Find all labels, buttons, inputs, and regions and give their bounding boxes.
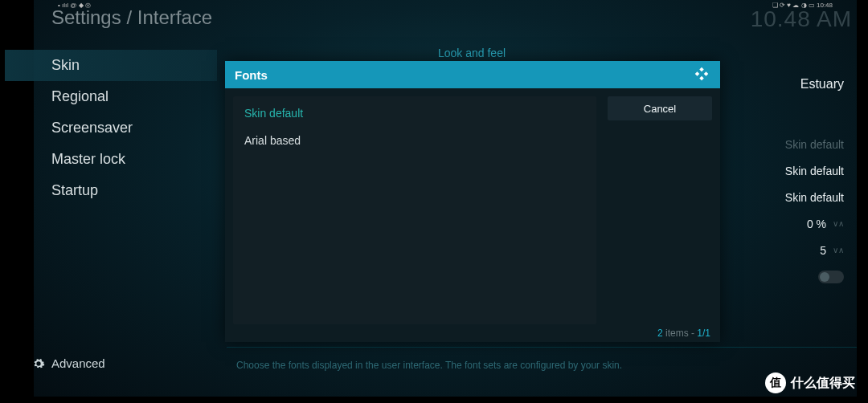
kodi-icon <box>693 66 710 83</box>
sidebar-item-skin[interactable]: Skin <box>5 50 217 81</box>
sidebar-item-masterlock[interactable]: Master lock <box>5 144 217 175</box>
cancel-button[interactable]: Cancel <box>608 96 712 120</box>
spinner-icon[interactable]: ∨∧ <box>833 219 844 228</box>
section-title: Look and feel <box>227 47 717 59</box>
sidebar-item-regional[interactable]: Regional <box>5 81 217 112</box>
gear-icon <box>32 357 45 370</box>
settings-level-label: Advanced <box>51 356 105 370</box>
dialog-footer: 2 items - 1/1 <box>657 328 710 339</box>
settings-level-button[interactable]: Advanced <box>5 350 217 377</box>
divider <box>227 347 857 348</box>
watermark: 值 什么值得买 <box>765 372 855 393</box>
toggle-icon[interactable] <box>818 271 844 283</box>
help-text: Choose the fonts displayed in the user i… <box>236 360 622 371</box>
font-option-arial-based[interactable]: Arial based <box>233 127 596 154</box>
breadcrumb: Settings / Interface <box>51 6 212 29</box>
watermark-text: 什么值得买 <box>791 375 855 392</box>
sidebar-item-startup[interactable]: Startup <box>5 175 217 206</box>
watermark-badge-icon: 值 <box>765 372 786 393</box>
sidebar-item-screensaver[interactable]: Screensaver <box>5 112 217 144</box>
font-option-list: Skin default Arial based <box>233 96 596 324</box>
font-option-skin-default[interactable]: Skin default <box>233 100 596 127</box>
fonts-dialog: Fonts Skin default Arial based Cancel 2 … <box>225 61 720 342</box>
sidebar: Skin Regional Screensaver Master lock St… <box>5 50 217 206</box>
dialog-header: Fonts <box>225 61 720 88</box>
clock: 10.48 AM <box>751 6 852 32</box>
dialog-title: Fonts <box>235 68 268 82</box>
spinner-icon[interactable]: ∨∧ <box>833 246 844 254</box>
